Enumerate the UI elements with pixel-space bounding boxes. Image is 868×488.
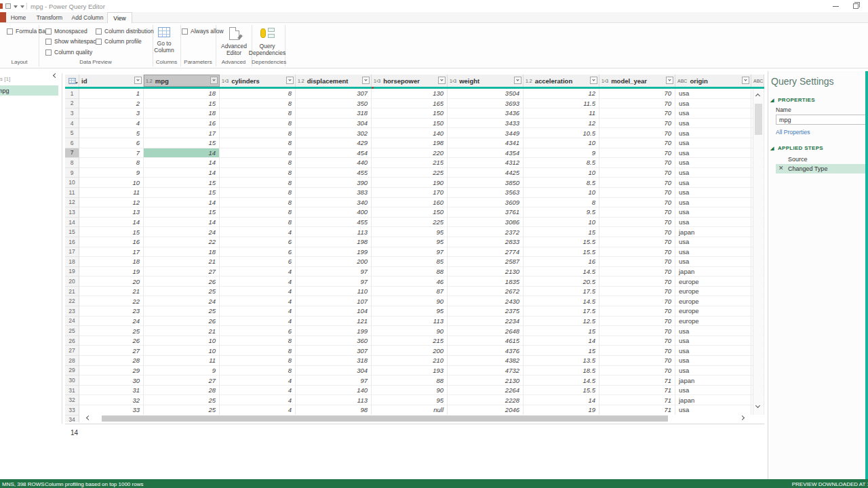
grid-cell[interactable]: 140 [372, 128, 448, 138]
grid-cell[interactable]: 165 [372, 99, 448, 109]
grid-cell[interactable]: 14 [144, 168, 220, 178]
grid-cell[interactable]: europe [675, 287, 751, 297]
grid-cell[interactable]: europe [675, 296, 751, 306]
grid-cell[interactable]: 4 [220, 227, 296, 237]
tab-view[interactable]: View [107, 12, 132, 23]
row-number[interactable]: 4 [65, 119, 79, 129]
grid-cell[interactable]: 71 [599, 405, 675, 415]
row-number[interactable]: 25 [65, 326, 79, 336]
grid-cell[interactable]: 90 [372, 326, 448, 336]
grid-cell[interactable]: 97 [372, 247, 448, 258]
grid-cell[interactable]: 2372 [448, 227, 524, 237]
query-name-input[interactable] [776, 115, 868, 125]
row-number[interactable]: 2 [65, 99, 79, 109]
grid-cell[interactable]: 70 [599, 108, 675, 119]
always-allow-checkbox[interactable]: Always allow [182, 28, 224, 35]
grid-cell[interactable]: 27 [79, 346, 144, 356]
grid-cell[interactable]: 220 [372, 148, 448, 159]
grid-cell[interactable]: usa [675, 257, 751, 267]
grid-cell[interactable]: usa [675, 168, 751, 178]
grid-cell[interactable]: 25 [144, 395, 220, 405]
grid-cell[interactable]: 190 [372, 178, 448, 188]
grid-cell[interactable]: usa [675, 326, 751, 336]
grid-cell[interactable]: 14.5 [524, 267, 599, 277]
grid-cell[interactable]: 150 [372, 119, 448, 129]
grid-cell[interactable]: 4 [220, 277, 296, 287]
filter-dropdown-icon[interactable] [514, 77, 521, 84]
grid-cell[interactable]: 8 [220, 346, 296, 356]
grid-cell[interactable]: 8 [220, 218, 296, 228]
grid-cell[interactable]: 10 [524, 188, 599, 198]
row-number[interactable]: 11 [65, 188, 79, 198]
grid-cell[interactable]: 6 [220, 237, 296, 247]
grid-cell[interactable]: 318 [296, 108, 372, 119]
grid-cell[interactable]: 4 [220, 287, 296, 297]
advanced-editor-button[interactable]: Advanced Editor [218, 25, 250, 56]
grid-cell[interactable]: 8 [220, 366, 296, 376]
grid-cell[interactable]: usa [675, 218, 751, 228]
filter-dropdown-icon[interactable] [666, 77, 673, 84]
grid-cell[interactable]: 3609 [448, 198, 524, 208]
row-number[interactable]: 13 [65, 207, 79, 218]
grid-cell[interactable]: 20.5 [524, 277, 599, 287]
grid-cell[interactable]: 71 [599, 386, 675, 396]
grid-cell[interactable]: 4 [220, 306, 296, 317]
grid-cell[interactable]: 13 [79, 207, 144, 218]
grid-cell[interactable]: 70 [599, 198, 675, 208]
show-whitespace-checkbox[interactable]: Show whitespace [45, 38, 99, 45]
grid-cell[interactable]: 70 [599, 99, 675, 109]
row-number[interactable]: 5 [65, 128, 79, 138]
grid-cell[interactable]: 4 [220, 395, 296, 405]
row-number[interactable]: 10 [65, 178, 79, 188]
grid-cell[interactable]: usa [675, 386, 751, 396]
row-number[interactable]: 17 [65, 247, 79, 258]
grid-cell[interactable]: 4 [220, 267, 296, 277]
grid-cell[interactable]: 17.5 [524, 306, 599, 317]
filter-dropdown-icon[interactable] [210, 77, 218, 84]
column-type-icon[interactable]: 1²3 [374, 79, 380, 83]
scroll-right-icon[interactable] [740, 415, 745, 420]
grid-cell[interactable]: 2046 [448, 405, 524, 415]
grid-cell[interactable]: 140 [296, 386, 372, 396]
grid-cell[interactable]: 199 [296, 326, 372, 336]
grid-cell[interactable]: 2375 [448, 306, 524, 317]
column-header-displacement[interactable]: 1.2displacement [296, 75, 372, 87]
grid-cell[interactable]: 11 [79, 188, 144, 198]
grid-cell[interactable]: 10 [524, 168, 599, 178]
grid-cell[interactable]: 9 [144, 366, 220, 376]
grid-cell[interactable]: 90 [372, 386, 448, 396]
row-number[interactable]: 19 [65, 267, 79, 277]
grid-cell[interactable]: 3433 [448, 119, 524, 129]
column-quality-checkbox[interactable]: Column quality [45, 49, 92, 56]
grid-cell[interactable]: 4 [220, 317, 296, 327]
grid-cell[interactable]: 70 [599, 188, 675, 198]
grid-cell[interactable]: 4615 [448, 336, 524, 346]
grid-cell[interactable]: 104 [296, 306, 372, 317]
grid-cell[interactable]: 95 [372, 306, 448, 317]
grid-cell[interactable]: 97 [296, 277, 372, 287]
scroll-up-icon[interactable] [755, 94, 760, 98]
grid-cell[interactable]: 360 [296, 336, 372, 346]
delete-step-icon[interactable]: ✕ [778, 165, 784, 171]
row-number[interactable]: 12 [65, 198, 79, 208]
grid-cell[interactable]: 15 [524, 346, 599, 356]
grid-cell[interactable]: 26 [144, 277, 220, 287]
grid-cell[interactable]: 2833 [448, 237, 524, 247]
grid-cell[interactable]: 150 [372, 108, 448, 119]
grid-cell[interactable]: 455 [296, 168, 372, 178]
grid-cell[interactable]: 4 [220, 375, 296, 386]
grid-cell[interactable]: 1 [79, 89, 144, 99]
grid-cell[interactable]: 3504 [448, 89, 524, 99]
horizontal-scrollbar[interactable] [79, 415, 764, 422]
all-properties-link[interactable]: All Properties [776, 129, 810, 136]
grid-cell[interactable]: usa [675, 138, 751, 148]
grid-cell[interactable]: 15 [144, 188, 220, 198]
column-profile-checkbox[interactable]: Column profile [96, 38, 142, 45]
grid-cell[interactable]: 97 [296, 267, 372, 277]
save-icon[interactable] [5, 3, 11, 9]
grid-cell[interactable]: 8.5 [524, 158, 599, 168]
grid-cell[interactable]: 198 [296, 237, 372, 247]
grid-cell[interactable]: 15 [524, 326, 599, 336]
grid-cell[interactable]: 16 [524, 257, 599, 267]
filter-dropdown-icon[interactable] [590, 77, 597, 84]
